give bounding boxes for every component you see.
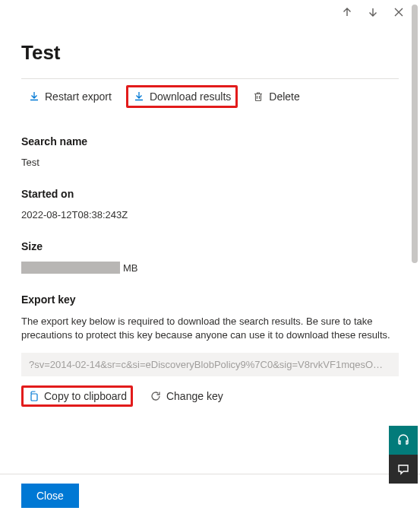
change-key-label: Change key: [166, 390, 223, 402]
headset-icon: [396, 433, 410, 447]
search-name-label: Search name: [21, 135, 399, 147]
feedback-button[interactable]: [389, 455, 418, 484]
trash-icon: [252, 90, 264, 103]
close-icon[interactable]: [393, 6, 405, 21]
delete-button[interactable]: Delete: [245, 85, 306, 108]
started-on-value: 2022-08-12T08:38:243Z: [21, 209, 399, 220]
export-key-value[interactable]: ?sv=2014-02-14&sr=c&si=eDiscoveryBlobPol…: [21, 353, 399, 376]
size-value-row: MB: [21, 262, 399, 274]
download-icon: [28, 90, 40, 103]
size-label: Size: [21, 240, 399, 252]
change-key-button[interactable]: Change key: [144, 385, 229, 407]
restart-export-label: Restart export: [45, 90, 112, 103]
copy-label: Copy to clipboard: [44, 390, 127, 402]
size-section: Size MB: [21, 240, 399, 274]
started-on-section: Started on 2022-08-12T08:38:243Z: [21, 188, 399, 220]
divider: [21, 78, 399, 79]
download-results-button[interactable]: Download results: [126, 85, 238, 108]
copy-icon: [27, 390, 39, 402]
arrow-down-icon[interactable]: [367, 6, 379, 21]
size-unit: MB: [123, 262, 138, 274]
close-button[interactable]: Close: [21, 484, 79, 508]
download-results-label: Download results: [150, 90, 231, 103]
scrollbar[interactable]: [412, 5, 418, 263]
export-key-description: The export key below is required to down…: [21, 315, 399, 342]
floating-buttons: [389, 426, 418, 484]
export-key-section: Export key The export key below is requi…: [21, 293, 399, 407]
export-key-label: Export key: [21, 293, 399, 306]
toolbar: Restart export Download results Delete: [21, 85, 399, 108]
refresh-icon: [150, 390, 162, 402]
copy-to-clipboard-button[interactable]: Copy to clipboard: [21, 385, 133, 407]
panel-footer: Close: [0, 474, 420, 517]
download-icon: [133, 90, 145, 103]
size-redacted: [21, 262, 120, 274]
page-title: Test: [21, 41, 399, 65]
search-name-section: Search name Test: [21, 135, 399, 168]
export-key-actions: Copy to clipboard Change key: [21, 385, 399, 407]
panel-controls: [341, 6, 405, 21]
export-details-panel: Test Restart export Download results Del…: [0, 0, 420, 517]
arrow-up-icon[interactable]: [341, 6, 353, 21]
chat-icon: [396, 462, 410, 476]
svg-rect-0: [31, 394, 37, 401]
started-on-label: Started on: [21, 188, 399, 200]
delete-label: Delete: [269, 90, 299, 103]
help-headset-button[interactable]: [389, 426, 418, 455]
search-name-value: Test: [21, 157, 399, 168]
restart-export-button[interactable]: Restart export: [21, 85, 118, 108]
